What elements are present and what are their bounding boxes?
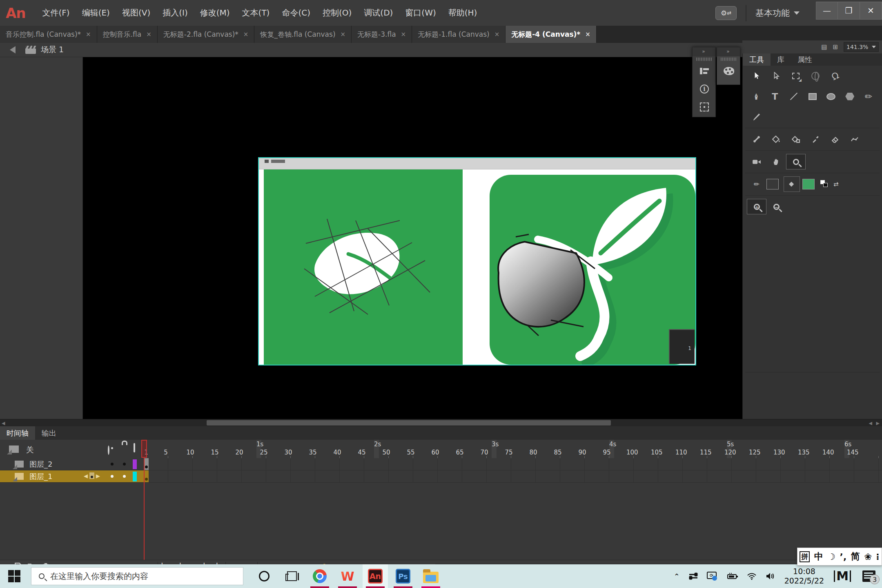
menu-item-4[interactable]: 修改(M) xyxy=(194,0,236,26)
tray-volume-icon[interactable] xyxy=(766,572,775,580)
ime-toolbar[interactable]: 拼中☽ʼ,简❀⁝ xyxy=(797,548,882,566)
minimize-button[interactable]: — xyxy=(816,2,838,20)
stage-zoom-select[interactable]: 141.3% xyxy=(844,42,879,52)
close-tab-icon[interactable]: × xyxy=(341,31,346,38)
menu-item-6[interactable]: 命令(C) xyxy=(276,0,316,26)
taskbar-app-photoshop[interactable]: Ps xyxy=(390,564,416,588)
oval-tool[interactable] xyxy=(822,89,840,104)
document-tab-6[interactable]: 无标题-4 (Canvas)*× xyxy=(506,26,597,43)
tray-clock[interactable]: 10:08 2022/5/22 xyxy=(784,567,824,586)
canvas-horizontal-scrollbar[interactable]: ◀ ◀ ▶ xyxy=(0,419,882,426)
polystar-tool[interactable] xyxy=(840,89,859,104)
tab-properties[interactable]: 属性 xyxy=(791,53,819,66)
pen-tool[interactable]: ✒ xyxy=(747,89,766,104)
ime-item-4[interactable]: 简 xyxy=(851,550,860,563)
scroll-left-icon[interactable]: ◀ xyxy=(2,421,5,426)
close-tab-icon[interactable]: × xyxy=(146,31,151,38)
tray-wifi-icon[interactable] xyxy=(747,572,757,580)
document-tab-0[interactable]: 音乐控制.fla (Canvas)*× xyxy=(0,26,97,43)
close-tab-icon[interactable]: × xyxy=(401,31,406,38)
eyedropper-tool[interactable] xyxy=(806,131,825,147)
layer-name[interactable]: 图层_2 xyxy=(29,459,52,469)
artwork-left-green-panel[interactable] xyxy=(264,169,463,365)
3d-rotation-tool[interactable] xyxy=(806,68,825,84)
tab-library[interactable]: 库 xyxy=(771,53,791,66)
info-panel-icon[interactable]: i xyxy=(693,80,716,98)
text-tool[interactable]: T xyxy=(766,89,784,104)
panel-grip[interactable] xyxy=(696,58,712,61)
brush-tool[interactable] xyxy=(747,109,766,125)
stage[interactable]: 1 xyxy=(259,158,695,365)
tray-battery-icon[interactable] xyxy=(726,572,738,580)
layer-outline-color[interactable] xyxy=(133,472,137,481)
outline-all-layers-icon[interactable] xyxy=(134,444,135,452)
edit-symbols-icon[interactable]: ⊞ xyxy=(833,43,838,51)
width-tool[interactable] xyxy=(845,131,864,147)
fill-color-swatch[interactable] xyxy=(802,179,815,189)
tray-settings-icon[interactable] xyxy=(689,572,698,580)
menu-item-8[interactable]: 调试(D) xyxy=(358,0,399,26)
menu-item-1[interactable]: 编辑(E) xyxy=(76,0,116,26)
layer-visibility-dot[interactable] xyxy=(111,475,114,478)
back-arrow-icon[interactable] xyxy=(10,46,16,53)
close-tab-icon[interactable]: × xyxy=(243,31,249,38)
taskbar-app-chrome[interactable] xyxy=(307,564,332,588)
bone-tool[interactable] xyxy=(747,131,766,147)
workspace-switch-button[interactable]: ⚙⇄ xyxy=(715,6,737,20)
scroll-left-icon[interactable]: ◀ xyxy=(869,421,872,426)
tab-output[interactable]: 输出 xyxy=(35,426,63,440)
layer-1-frames[interactable] xyxy=(144,470,882,483)
ink-bottle-tool[interactable] xyxy=(786,131,806,147)
task-view-button[interactable] xyxy=(279,564,305,588)
paint-bucket-tool[interactable] xyxy=(766,131,786,147)
panel-grip[interactable] xyxy=(721,58,736,61)
stroke-color-swatch[interactable] xyxy=(766,179,779,189)
layer-lock-dot[interactable] xyxy=(123,475,126,478)
eraser-tool[interactable] xyxy=(825,131,845,147)
pencil-tool[interactable]: ✏ xyxy=(859,89,878,104)
keyframe-nav[interactable]: ◀▶ xyxy=(84,472,100,479)
tab-timeline[interactable]: 时间轴 xyxy=(0,426,35,440)
cortana-button[interactable] xyxy=(252,564,277,588)
menu-item-0[interactable]: 文件(F) xyxy=(36,0,76,26)
ime-item-0[interactable]: 拼 xyxy=(800,551,810,562)
subselection-tool[interactable] xyxy=(766,68,786,84)
layer-row-2[interactable]: 图层_2 xyxy=(0,458,882,470)
ime-item-6[interactable]: ⁝ xyxy=(876,552,879,562)
playhead[interactable] xyxy=(141,440,147,458)
layer-name[interactable]: 图层_1 xyxy=(29,472,52,481)
tray-display-sync-icon[interactable]: ⟳ xyxy=(707,572,717,581)
close-tab-icon[interactable]: × xyxy=(585,31,590,38)
tray-chevron-icon[interactable]: ⌃ xyxy=(674,572,680,581)
document-tab-3[interactable]: 恢复_卷轴.fla (Canvas)× xyxy=(254,26,352,43)
workspace-label[interactable]: 基本功能 xyxy=(755,7,790,19)
edit-scene-icon[interactable]: ▤ xyxy=(821,43,827,51)
selection-tool[interactable] xyxy=(747,68,766,84)
taskbar-app-animate[interactable]: An xyxy=(363,564,388,588)
ime-item-3[interactable]: ʼ, xyxy=(840,552,847,562)
windows-start-button[interactable] xyxy=(8,570,20,582)
menu-item-9[interactable]: 窗口(W) xyxy=(399,0,442,26)
hand-tool[interactable] xyxy=(766,154,786,169)
maximize-button[interactable]: ❐ xyxy=(838,2,860,20)
scene-breadcrumb[interactable]: 场景 1 xyxy=(41,45,64,55)
rectangle-tool[interactable] xyxy=(803,89,822,104)
free-transform-tool[interactable] xyxy=(786,68,806,84)
scrollbar-thumb[interactable] xyxy=(207,420,611,425)
menu-item-7[interactable]: 控制(O) xyxy=(316,0,358,26)
frame-ruler[interactable]: 1s2s3s4s5s6s1510152025303540455055606570… xyxy=(144,440,882,458)
zoom-out-button[interactable]: − xyxy=(766,199,786,214)
close-tab-icon[interactable]: × xyxy=(494,31,500,38)
zoom-tool[interactable] xyxy=(786,154,806,169)
line-tool[interactable] xyxy=(784,89,803,104)
align-panel-icon[interactable] xyxy=(693,62,716,80)
layer-lock-dot[interactable] xyxy=(123,463,126,466)
document-tab-4[interactable]: 无标题-3.fla× xyxy=(352,26,412,43)
layer-visibility-dot[interactable] xyxy=(111,463,114,466)
ime-item-1[interactable]: 中 xyxy=(814,550,823,563)
expand-panel-button[interactable]: » xyxy=(693,47,715,56)
tab-tools[interactable]: 工具 xyxy=(743,53,771,66)
camera-tool[interactable] xyxy=(747,154,766,169)
close-button[interactable]: ✕ xyxy=(860,2,882,20)
layers-icon[interactable] xyxy=(9,445,19,453)
